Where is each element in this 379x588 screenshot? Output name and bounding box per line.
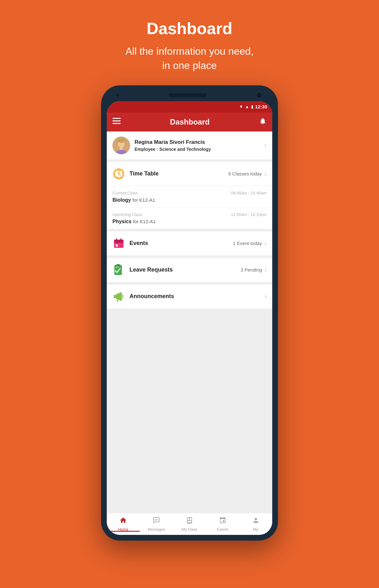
svg-point-14	[118, 173, 119, 175]
leave-requests-card: Leave Requests 3 Pending ›	[107, 258, 272, 282]
nav-me[interactable]: Me	[239, 517, 272, 532]
clock-icon	[112, 168, 125, 180]
current-class-time: 09:45am - 10.40am	[231, 191, 267, 195]
nav-events[interactable]: Events	[206, 517, 239, 532]
svg-rect-25	[116, 264, 120, 266]
leave-requests-chevron-icon: ›	[264, 266, 267, 273]
page-title: Dashboard	[125, 19, 254, 38]
nav-home[interactable]: Home	[107, 517, 140, 532]
phone-dot-left	[116, 94, 119, 97]
upcoming-class-name: Physics	[112, 219, 131, 224]
svg-rect-24	[116, 267, 119, 267]
svg-rect-29	[154, 519, 158, 520]
battery-icon: ▮	[251, 104, 253, 109]
timetable-title: Time Table	[129, 170, 228, 177]
phone-screen: ▼ ▲ ▮ 12:30 Dashboard	[107, 101, 272, 535]
app-bar: Dashboard	[107, 113, 272, 132]
avatar	[112, 137, 130, 154]
bottom-nav: Home Messages	[107, 513, 272, 535]
profile-card[interactable]: Regina Maria Sivori Francis Employee : S…	[107, 132, 272, 159]
app-bar-title: Dashboard	[170, 118, 209, 126]
svg-rect-0	[112, 118, 121, 119]
screen-content: Regina Maria Sivori Francis Employee : S…	[107, 132, 272, 513]
upcoming-class-time: 11:00am - 12.10pm	[231, 212, 267, 217]
messages-icon	[153, 517, 160, 526]
timetable-card: Time Table 9 Classes today › Current Cla…	[107, 162, 272, 229]
bell-icon[interactable]	[259, 117, 267, 127]
nav-active-indicator	[107, 531, 140, 532]
svg-rect-8	[120, 147, 123, 150]
svg-point-6	[117, 138, 125, 143]
events-nav-icon	[219, 517, 226, 526]
home-icon	[119, 517, 127, 526]
phone-frame: ▼ ▲ ▮ 12:30 Dashboard	[101, 85, 278, 541]
nav-myclass-label: My Class	[182, 527, 197, 532]
leave-requests-subtitle: 3 Pending	[241, 267, 262, 273]
nav-messages[interactable]: Messages	[140, 517, 173, 532]
timetable-subtitle: 9 Classes today	[228, 171, 262, 176]
profile-role: Employee : Science and Technology	[135, 147, 264, 152]
svg-rect-1	[112, 120, 121, 121]
page-header: Dashboard All the information you need, …	[119, 0, 260, 85]
leave-icon	[112, 264, 125, 276]
myclass-icon	[186, 517, 193, 526]
profile-name: Regina Maria Sivori Francis	[135, 139, 264, 145]
phone-camera	[256, 92, 263, 99]
status-time: 12:30	[255, 104, 267, 109]
events-card-header[interactable]: Events 1 Event today ›	[107, 231, 272, 255]
upcoming-class-type: Upcoming Class	[112, 212, 142, 217]
wifi-icon: ▼	[239, 104, 243, 109]
nav-messages-label: Messages	[148, 527, 165, 532]
timetable-chevron-icon: ›	[264, 170, 267, 177]
svg-marker-27	[116, 292, 122, 301]
status-icons: ▼ ▲ ▮ 12:30	[239, 104, 267, 109]
upcoming-class-entry: Upcoming Class 11:00am - 12.10pm Physics…	[107, 207, 272, 229]
leave-requests-title: Leave Requests	[129, 266, 241, 273]
announcements-chevron-icon: ›	[264, 293, 267, 300]
speaker-grille	[169, 93, 207, 97]
svg-rect-22	[116, 244, 118, 247]
status-bar: ▼ ▲ ▮ 12:30	[107, 101, 272, 113]
page-subtitle: All the information you need, in one pla…	[125, 44, 254, 73]
me-icon	[252, 517, 260, 526]
svg-rect-2	[112, 123, 121, 124]
events-subtitle: 1 Event today	[233, 241, 262, 246]
nav-myclass[interactable]: My Class	[173, 517, 206, 532]
svg-rect-19	[114, 242, 123, 243]
announcement-icon	[112, 290, 125, 303]
announcements-card-header[interactable]: Announcements ›	[107, 285, 272, 309]
timetable-card-header[interactable]: Time Table 9 Classes today ›	[107, 162, 272, 186]
current-class-name: Biology	[112, 197, 131, 203]
events-title: Events	[129, 240, 233, 247]
upcoming-class-for: for K12-A1	[133, 219, 156, 224]
current-class-for: for K12-A1	[132, 197, 155, 203]
nav-me-label: Me	[253, 527, 258, 532]
profile-chevron-icon: ›	[264, 142, 267, 149]
calendar-icon	[112, 237, 125, 250]
announcements-title: Announcements	[129, 293, 264, 300]
announcements-card: Announcements ›	[107, 285, 272, 309]
current-class-entry: Current Class 09:45am - 10.40am Biology …	[107, 186, 272, 207]
svg-rect-30	[154, 520, 157, 521]
svg-rect-26	[114, 295, 116, 298]
events-chevron-icon: ›	[264, 240, 267, 247]
svg-rect-23	[114, 265, 122, 275]
leave-requests-card-header[interactable]: Leave Requests 3 Pending ›	[107, 258, 272, 282]
signal-icon: ▲	[245, 104, 249, 109]
svg-rect-28	[117, 300, 118, 302]
profile-info: Regina Maria Sivori Francis Employee : S…	[135, 139, 264, 152]
nav-events-label: Events	[217, 527, 228, 532]
menu-button[interactable]	[112, 118, 121, 126]
current-class-type: Current Class	[112, 191, 137, 195]
events-card: Events 1 Event today ›	[107, 231, 272, 255]
